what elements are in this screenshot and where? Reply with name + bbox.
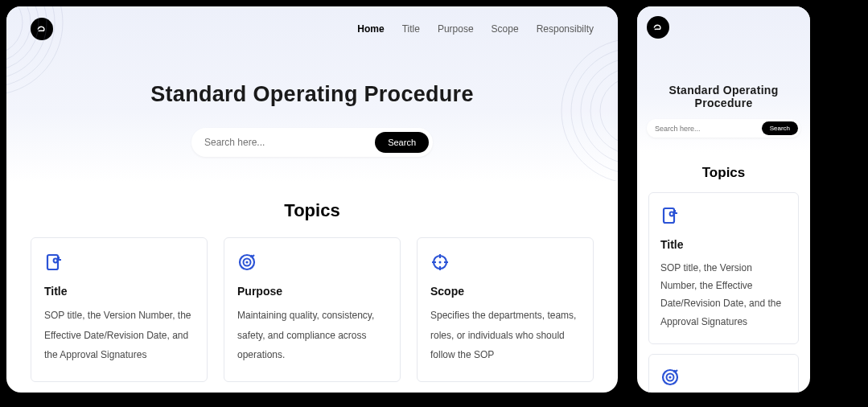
topic-card-purpose[interactable]: Purpose Maintaining quality, consistency…: [224, 237, 401, 382]
desktop-view: Home Title Purpose Scope Responsibilty S…: [6, 6, 618, 393]
nav-title[interactable]: Title: [402, 23, 420, 35]
svg-point-19: [655, 28, 656, 30]
page-title: Standard Operating Procedure: [6, 82, 618, 107]
search-bar: Search: [191, 128, 433, 157]
topics-section: Topics Title SOP title, the Version Numb…: [6, 181, 618, 393]
search-input[interactable]: [655, 125, 762, 133]
card-title: Purpose: [237, 285, 387, 298]
svg-point-13: [54, 259, 58, 263]
search-input[interactable]: [204, 137, 375, 148]
nav-home[interactable]: Home: [357, 23, 384, 35]
nav: Home Title Purpose Scope Responsibilty: [357, 23, 594, 35]
topic-card-title[interactable]: Title SOP title, the Version Number, the…: [31, 237, 208, 382]
svg-point-21: [670, 212, 674, 216]
crosshair-icon: [430, 253, 580, 275]
svg-point-18: [439, 261, 442, 264]
card-desc: Specifies the departments, teams, roles,…: [430, 306, 580, 365]
search-button[interactable]: Search: [375, 132, 429, 153]
nav-purpose[interactable]: Purpose: [438, 23, 474, 35]
topic-card-title[interactable]: Title SOP title, the Version Number, the…: [648, 192, 799, 344]
topic-card-scope[interactable]: Scope Specifies the departments, teams, …: [417, 237, 594, 382]
target-icon: [660, 368, 787, 390]
card-desc: SOP title, the Version Number, the Effec…: [44, 306, 194, 365]
nav-responsibility[interactable]: Responsibilty: [537, 23, 594, 35]
document-icon: [44, 253, 194, 275]
card-title: Title: [44, 285, 194, 298]
topic-cards: Title SOP title, the Version Number, the…: [31, 237, 594, 382]
search-bar: Search: [647, 119, 800, 138]
hero: Home Title Purpose Scope Responsibilty S…: [6, 6, 618, 181]
hero-mobile: Standard Operating Procedure Search: [637, 6, 810, 152]
search-button[interactable]: Search: [762, 121, 798, 135]
document-icon: [660, 206, 787, 228]
card-title: Scope: [430, 285, 580, 298]
header: Home Title Purpose Scope Responsibilty: [6, 6, 618, 51]
svg-point-11: [39, 30, 40, 31]
topic-cards-mobile: Title SOP title, the Version Number, the…: [648, 192, 799, 393]
svg-point-16: [245, 261, 248, 263]
target-icon: [237, 253, 387, 275]
page-title: Standard Operating Procedure: [647, 84, 800, 109]
mobile-view: Standard Operating Procedure Search Topi…: [637, 6, 810, 393]
logo-icon: [31, 18, 53, 40]
nav-scope[interactable]: Scope: [492, 23, 519, 35]
topics-heading: Topics: [31, 200, 594, 221]
topic-card-purpose[interactable]: Purpose Maintaining quality, consistency…: [648, 354, 799, 393]
card-title: Title: [660, 238, 787, 251]
hero-main-mobile: Standard Operating Procedure Search: [647, 39, 800, 138]
svg-point-24: [668, 376, 671, 378]
hero-main: Standard Operating Procedure Search: [6, 51, 618, 157]
topics-section-mobile: Topics Title SOP title, the Version Numb…: [637, 152, 810, 393]
logo-icon: [647, 16, 669, 39]
card-desc: Maintaining quality, consistency, safety…: [237, 306, 387, 365]
card-desc: SOP title, the Version Number, the Effec…: [660, 259, 787, 331]
topics-heading: Topics: [648, 165, 799, 181]
